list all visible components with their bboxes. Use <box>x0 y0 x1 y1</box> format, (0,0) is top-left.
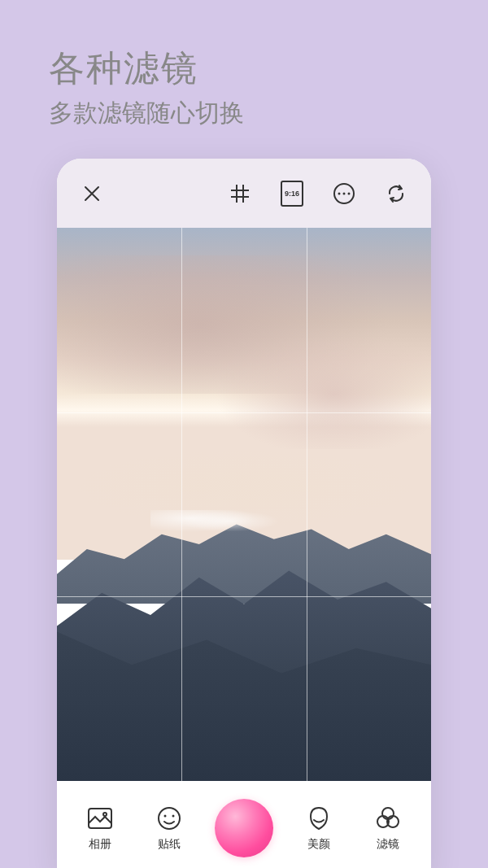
switch-camera-icon <box>385 182 407 205</box>
page-subtitle: 多款滤镜随心切换 <box>49 97 439 130</box>
camera-viewfinder[interactable] <box>57 228 431 781</box>
camera-bottom-bar: 相册 贴纸 美颜 <box>57 781 431 868</box>
beauty-button[interactable]: 美颜 <box>294 805 343 852</box>
album-button[interactable]: 相册 <box>76 805 124 852</box>
preview-image <box>57 228 431 781</box>
shutter-button[interactable] <box>215 799 273 857</box>
svg-point-7 <box>164 814 167 817</box>
svg-rect-4 <box>89 809 111 828</box>
album-label: 相册 <box>89 837 111 852</box>
close-button[interactable] <box>77 179 107 208</box>
more-icon <box>333 182 355 205</box>
svg-point-3 <box>348 192 351 194</box>
beauty-icon <box>307 805 331 831</box>
svg-point-6 <box>159 808 180 829</box>
sticker-button[interactable]: 贴纸 <box>145 805 194 852</box>
filter-button[interactable]: 滤镜 <box>364 805 412 852</box>
more-options-button[interactable] <box>329 179 359 208</box>
switch-camera-button[interactable] <box>381 179 411 208</box>
camera-top-bar: 9:16 <box>57 159 431 228</box>
page-title: 各种滤镜 <box>49 45 439 93</box>
phone-mockup: 9:16 <box>57 159 431 868</box>
album-icon <box>87 807 113 830</box>
aspect-ratio-button[interactable]: 9:16 <box>277 179 307 208</box>
grid-toggle-button[interactable] <box>225 179 255 208</box>
close-icon <box>83 185 101 203</box>
filter-label: 滤镜 <box>377 837 399 852</box>
svg-point-1 <box>338 192 341 194</box>
filter-icon <box>374 805 402 831</box>
grid-icon <box>229 183 251 204</box>
svg-point-2 <box>343 192 346 194</box>
beauty-label: 美颜 <box>307 837 330 852</box>
aspect-ratio-icon: 9:16 <box>281 181 303 207</box>
svg-point-8 <box>172 814 175 817</box>
svg-point-5 <box>103 813 107 816</box>
sticker-icon <box>156 805 182 831</box>
sticker-label: 贴纸 <box>158 837 181 852</box>
